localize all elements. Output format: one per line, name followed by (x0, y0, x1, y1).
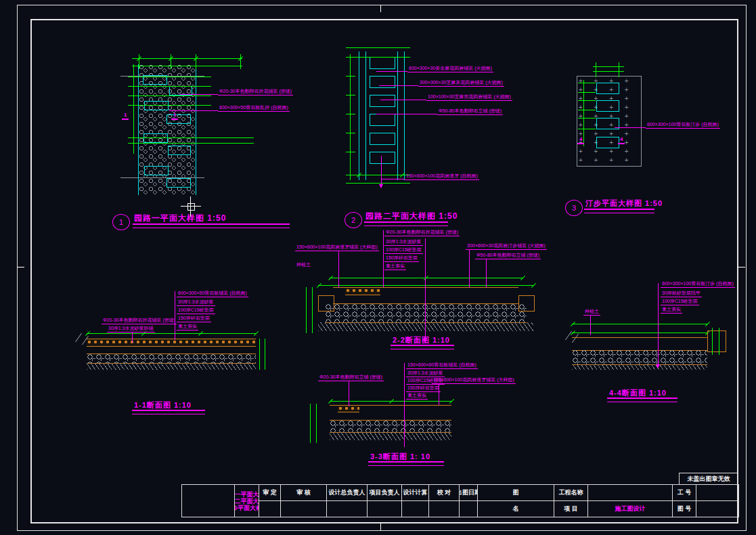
detail3-plan: + + + + + + + + + + + + + + + + + + + + … (577, 76, 642, 167)
title-block-header: 设计计算 (402, 485, 429, 501)
project-name-value (588, 485, 673, 501)
dim-tick (578, 83, 596, 83)
section-label: 4-4断面图 1:10 (609, 388, 667, 398)
detail-bubble: 1 (112, 214, 130, 230)
crosshair-pickbox (187, 203, 195, 211)
dim-tick (578, 100, 596, 101)
fold-mark (380, 5, 381, 12)
layer-annotation: 素土夯实 (177, 323, 198, 330)
title-block-blank (460, 501, 478, 517)
dimension-line (312, 287, 313, 333)
cad-drawing-canvas[interactable]: Φ20-30本色鹅卵石拼花铺装 (密缝) 600×300×50青石板乱拼 (自然… (0, 0, 756, 535)
sheet-name-label: 名 (478, 501, 554, 517)
detail-scale: 1:50 (207, 213, 226, 223)
section-cut-mark: 1 (122, 112, 129, 120)
leader-line (615, 127, 646, 128)
section-3-3-body (330, 405, 451, 440)
layer-annotation: 30厚1:3水泥砂浆 (384, 238, 423, 246)
annotation: Φ50-80本色鹅卵石立铺 (密缝) (475, 252, 541, 259)
dimension-line (240, 54, 241, 69)
section-1-1-body (87, 339, 256, 370)
layer-annotation: 素土夯实 (406, 392, 428, 400)
dim-tick (578, 118, 596, 119)
annotation: Φ20-30本色鹅卵石拼花铺装 (密缝) (218, 88, 293, 95)
dimension-line (132, 58, 242, 59)
project-name-label: 工程名称 (554, 485, 588, 501)
leader-line (338, 251, 339, 287)
leader-line (169, 110, 218, 111)
job-number-value (696, 485, 739, 501)
section-cut-mark: 4 (618, 137, 625, 144)
paver (370, 57, 395, 69)
layer-annotation: 150厚碎石垫层 (177, 315, 211, 322)
section-cut-mark: 4 (577, 137, 584, 144)
paver (143, 133, 168, 143)
title-underline (133, 223, 290, 228)
paver (168, 146, 191, 155)
dimension-line (719, 328, 719, 355)
layer-annotation: 150×600×60青石板铺装 (自然面) (406, 362, 478, 369)
stepping-stone (596, 83, 619, 94)
title-block-blank (327, 501, 368, 517)
drawing-name: 园路二平面大样图 (235, 498, 259, 505)
dim-tick (578, 92, 596, 93)
title-block-header: 项目负责人 (368, 485, 402, 501)
title-underline (364, 221, 448, 226)
detail1-plan (138, 64, 196, 195)
layer-annotation: 100厚C15砼垫层 (177, 307, 215, 314)
detail-bubble: 3 (565, 200, 583, 216)
section-cut-line (658, 283, 659, 364)
layer-annotation: 150厚碎石垫层 (384, 255, 419, 262)
leader-line (381, 179, 405, 179)
detail-title-text: 园路一平面大样图 (134, 213, 204, 223)
gravel-layer (325, 303, 527, 323)
annotation: 600×300×30黄金麻花岗岩铺装 (火烧面) (407, 65, 493, 72)
title-block-header: 设计总负责人 (327, 485, 368, 501)
layer-annotation: 600×300×50青石板铺装 (自然面) (177, 290, 248, 297)
fold-mark (738, 267, 745, 268)
leader-line (590, 315, 591, 335)
dimension-line (265, 339, 265, 370)
title-block-empty-cell (182, 485, 235, 517)
dimension-line (139, 54, 139, 69)
paver (370, 133, 395, 145)
title-block-blank (281, 501, 327, 517)
dimension-line (128, 143, 254, 144)
dimension-line (350, 54, 351, 180)
annotation: 600×300×50青石板乱拼 (自然面) (218, 104, 290, 112)
dim-tick (346, 95, 355, 95)
dimension-line (346, 57, 410, 58)
leader-line (379, 85, 418, 86)
leader-line (132, 332, 133, 343)
annotation: 300×300×30芝麻灰花岗岩铺装 (火烧面) (418, 79, 504, 87)
annotation: Φ50-80本色鹅卵石立铺 (密缝) (437, 108, 503, 115)
leader-line (179, 94, 218, 95)
dimension-line (128, 86, 211, 87)
section-cut-mark: 1 (171, 112, 178, 120)
stamp-note: 未盖出图章无效 (679, 473, 738, 485)
title-block-header: 出图日期 (460, 485, 478, 501)
gravel-layer (87, 354, 256, 364)
annotation: Φ20-30本色鹅卵石拼花铺装 (密缝) (102, 317, 177, 324)
annotation: 150×600×100花岗岩道牙 (自然面) (405, 173, 479, 180)
dimension-line (593, 66, 624, 67)
detail-title: 汀步平面大样图 1:50 (585, 198, 663, 209)
drawing-name-cell: 园路一平面大样图 园路二平面大样图 汀步平面大样图 (235, 485, 259, 517)
leader-line (469, 249, 470, 287)
title-block-blank (429, 501, 460, 517)
detail-title-text: 汀步平面大样图 (585, 199, 642, 207)
curb (707, 330, 726, 352)
label-underline (132, 410, 205, 414)
project-label: 项 目 (554, 501, 588, 517)
leader-line (404, 363, 405, 405)
annotation: 600×300×100青石板汀步 (自然面) (646, 121, 720, 129)
dimension-line (572, 324, 707, 324)
label-underline (607, 398, 677, 402)
dimension-line (128, 95, 211, 96)
dimension-line (318, 285, 533, 286)
section-cut-line (381, 156, 382, 184)
paver (370, 152, 395, 164)
subgrade-layer (572, 364, 707, 370)
layer-annotation: 30厚粗砂垫层找平 (661, 290, 702, 297)
sheet-number-label: 图 号 (673, 501, 696, 517)
